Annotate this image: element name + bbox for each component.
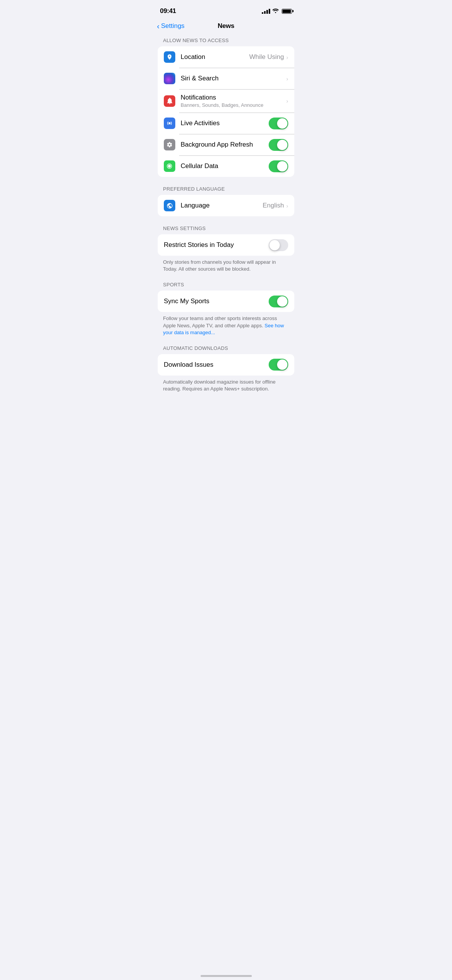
content: ALLOW NEWS TO ACCESS Location While Usin… bbox=[151, 34, 301, 420]
notifications-icon bbox=[164, 95, 175, 107]
section-header-sports: SPORTS bbox=[151, 282, 301, 291]
cellular-data-label: Cellular Data bbox=[181, 162, 269, 170]
section-preferred-language: PREFERRED LANGUAGE Language English › bbox=[151, 186, 301, 216]
wifi-icon bbox=[273, 8, 279, 15]
row-download-issues[interactable]: Download Issues bbox=[158, 354, 294, 376]
auto-downloads-footer: Automatically download magazine issues f… bbox=[151, 376, 301, 392]
section-header-news-settings: NEWS SETTINGS bbox=[151, 225, 301, 234]
live-activities-toggle[interactable] bbox=[269, 118, 288, 129]
cellular-data-icon bbox=[164, 160, 175, 172]
status-time: 09:41 bbox=[160, 7, 176, 15]
language-value: English bbox=[263, 202, 284, 209]
section-header-auto-downloads: AUTOMATIC DOWNLOADS bbox=[151, 345, 301, 354]
location-icon bbox=[164, 51, 175, 63]
status-icons bbox=[262, 8, 292, 15]
background-refresh-toggle[interactable] bbox=[269, 139, 288, 151]
row-language[interactable]: Language English › bbox=[158, 195, 294, 216]
allow-access-card: Location While Using › Siri & Search › bbox=[158, 46, 294, 177]
row-background-refresh[interactable]: Background App Refresh bbox=[158, 134, 294, 155]
section-automatic-downloads: AUTOMATIC DOWNLOADS Download Issues Auto… bbox=[151, 345, 301, 392]
row-sync-sports[interactable]: Sync My Sports bbox=[158, 291, 294, 312]
background-refresh-label: Background App Refresh bbox=[181, 141, 269, 149]
location-label: Location bbox=[181, 53, 249, 61]
live-activities-label: Live Activities bbox=[181, 119, 269, 127]
nav-bar: ‹ Settings News bbox=[151, 19, 301, 34]
page-title: News bbox=[218, 22, 235, 30]
svg-point-0 bbox=[168, 122, 170, 124]
cellular-data-toggle[interactable] bbox=[269, 160, 288, 172]
language-card: Language English › bbox=[158, 195, 294, 216]
restrict-stories-footer: Only stories from channels you follow wi… bbox=[151, 256, 301, 273]
section-allow-access: ALLOW NEWS TO ACCESS Location While Usin… bbox=[151, 38, 301, 177]
language-label: Language bbox=[181, 202, 263, 209]
notifications-label: Notifications bbox=[181, 94, 286, 101]
restrict-stories-label: Restrict Stories in Today bbox=[164, 241, 269, 249]
back-chevron-icon: ‹ bbox=[157, 22, 160, 30]
news-settings-card: Restrict Stories in Today bbox=[158, 234, 294, 256]
row-siri[interactable]: Siri & Search › bbox=[158, 68, 294, 89]
download-issues-toggle[interactable] bbox=[269, 359, 288, 371]
restrict-stories-toggle[interactable] bbox=[269, 239, 288, 251]
section-news-settings: NEWS SETTINGS Restrict Stories in Today … bbox=[151, 225, 301, 273]
sports-card: Sync My Sports bbox=[158, 291, 294, 312]
siri-icon bbox=[164, 73, 175, 84]
row-live-activities[interactable]: Live Activities bbox=[158, 113, 294, 134]
svg-point-1 bbox=[169, 165, 170, 167]
background-refresh-icon bbox=[164, 139, 175, 150]
location-value: While Using bbox=[249, 53, 284, 61]
row-cellular-data[interactable]: Cellular Data bbox=[158, 155, 294, 177]
notifications-chevron-icon: › bbox=[286, 98, 288, 104]
language-globe-icon bbox=[164, 200, 175, 211]
download-issues-label: Download Issues bbox=[164, 361, 269, 369]
section-sports: SPORTS Sync My Sports Follow your teams … bbox=[151, 282, 301, 336]
sync-sports-toggle[interactable] bbox=[269, 296, 288, 307]
row-restrict-stories[interactable]: Restrict Stories in Today bbox=[158, 234, 294, 256]
sync-sports-label: Sync My Sports bbox=[164, 297, 269, 305]
battery-icon bbox=[282, 9, 292, 14]
auto-downloads-card: Download Issues bbox=[158, 354, 294, 376]
status-bar: 09:41 bbox=[151, 0, 301, 19]
siri-label: Siri & Search bbox=[181, 75, 286, 82]
location-chevron-icon: › bbox=[286, 54, 288, 60]
back-label: Settings bbox=[161, 22, 184, 30]
row-notifications[interactable]: Notifications Banners, Sounds, Badges, A… bbox=[158, 89, 294, 113]
signal-bars-icon bbox=[262, 9, 270, 14]
language-chevron-icon: › bbox=[286, 203, 288, 209]
row-location[interactable]: Location While Using › bbox=[158, 46, 294, 68]
live-activities-icon bbox=[164, 118, 175, 129]
sports-footer: Follow your teams and other sports inter… bbox=[151, 312, 301, 336]
siri-chevron-icon: › bbox=[286, 75, 288, 82]
notifications-sublabel: Banners, Sounds, Badges, Announce bbox=[181, 102, 286, 108]
section-header-allow-access: ALLOW NEWS TO ACCESS bbox=[151, 38, 301, 46]
section-header-language: PREFERRED LANGUAGE bbox=[151, 186, 301, 195]
back-button[interactable]: ‹ Settings bbox=[157, 22, 184, 30]
